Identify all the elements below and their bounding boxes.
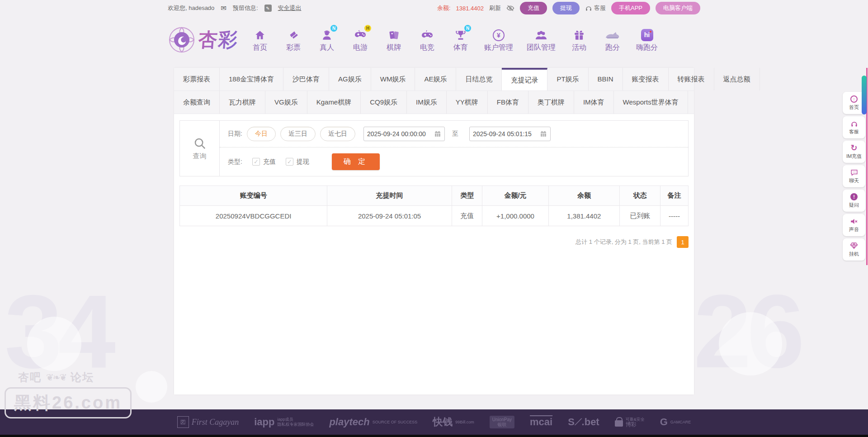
tab-rijie[interactable]: 日结总览 bbox=[456, 68, 502, 90]
mobile-app-button[interactable]: 手机APP bbox=[611, 2, 650, 14]
confirm-button[interactable]: 确 定 bbox=[332, 153, 380, 170]
nav-item-egames[interactable]: H 电游 bbox=[350, 28, 370, 52]
tab-fb[interactable]: FB体育 bbox=[488, 91, 528, 114]
pc-client-button[interactable]: 电脑客户端 bbox=[656, 2, 700, 14]
tab-wesports[interactable]: Wesports世界体育 bbox=[614, 91, 688, 114]
scrollbar-thumb[interactable] bbox=[862, 76, 867, 114]
col-type: 类型 bbox=[452, 186, 482, 206]
logo-sbet: S ∕ .bet bbox=[568, 416, 599, 428]
tab-wali[interactable]: 瓦力棋牌 bbox=[220, 91, 265, 114]
tab-yy[interactable]: YY棋牌 bbox=[447, 91, 488, 114]
withdraw-checkbox[interactable]: ✓ 提现 bbox=[286, 158, 309, 166]
badge-n: N bbox=[330, 25, 337, 32]
query-label: 查询 bbox=[193, 152, 207, 161]
tab-pt[interactable]: PT娱乐 bbox=[547, 68, 588, 90]
cell-account-no: 20250924VBDCGGCEDI bbox=[180, 206, 327, 226]
sidebar-item-question[interactable]: ! 疑问 bbox=[843, 190, 865, 212]
date-from-input[interactable] bbox=[363, 127, 445, 141]
floating-sidebar: ↑ 首页 客服 ↻ IM充值 聊天 ! 疑问 声音 挂机 bbox=[843, 92, 865, 261]
tab-zhangbian[interactable]: 账变报表 bbox=[623, 68, 669, 90]
headset-icon bbox=[585, 5, 592, 11]
tab-ae[interactable]: AE娱乐 bbox=[415, 68, 456, 90]
cell-remark: ----- bbox=[660, 206, 689, 226]
quick-3days-button[interactable]: 近三日 bbox=[280, 127, 316, 141]
nav-item-esports[interactable]: 电竞 bbox=[417, 28, 437, 52]
recharge-checkbox[interactable]: ✓ 充值 bbox=[252, 158, 276, 166]
mail-icon[interactable]: ✉ bbox=[221, 4, 226, 12]
nav-item-hi-paofen[interactable]: hi 嗨跑分 bbox=[636, 28, 658, 52]
col-balance: 余额 bbox=[548, 186, 620, 206]
tab-bbin[interactable]: BBIN bbox=[589, 68, 623, 90]
tab-yue-chaxun[interactable]: 余额查询 bbox=[174, 91, 220, 114]
nav-item-live[interactable]: N 真人 bbox=[317, 28, 337, 52]
sidebar-item-idle[interactable]: 挂机 bbox=[843, 238, 865, 261]
cell-balance: 1,381.4402 bbox=[548, 206, 620, 226]
col-status: 状态 bbox=[620, 186, 660, 206]
tab-im-tiyu[interactable]: IM体育 bbox=[574, 91, 614, 114]
tab-ag[interactable]: AG娱乐 bbox=[329, 68, 371, 90]
bokeh-circle bbox=[719, 312, 782, 375]
topbar: 欢迎您, hadesado ✉ 预留信息: ✎ 安全退出 余额: 1381.44… bbox=[168, 0, 700, 16]
checkbox-check-icon: ✓ bbox=[252, 158, 260, 166]
headset-icon bbox=[850, 119, 858, 128]
logo-text: 杏彩 bbox=[198, 27, 239, 52]
tab-shaba[interactable]: 沙巴体育 bbox=[283, 68, 329, 90]
tab-chongti-jilu[interactable]: 充提记录 bbox=[502, 68, 547, 90]
ticket-icon bbox=[288, 28, 299, 41]
page-1-button[interactable]: 1 bbox=[677, 236, 689, 248]
to-label: 至 bbox=[452, 130, 458, 138]
home-icon bbox=[254, 28, 266, 41]
nav-item-paofen[interactable]: 跑分 bbox=[603, 28, 623, 52]
sidebar-item-sound[interactable]: 声音 bbox=[843, 214, 865, 236]
nav-item-lottery[interactable]: 彩票 bbox=[283, 28, 303, 52]
col-account-no: 账变编号 bbox=[180, 186, 327, 206]
tab-fandian[interactable]: 返点总额 bbox=[714, 68, 760, 90]
nav-item-team[interactable]: 团队管理 bbox=[527, 28, 556, 52]
chat-bubble-icon bbox=[850, 168, 858, 176]
tab-wm[interactable]: WM娱乐 bbox=[371, 68, 415, 90]
watermark-right-text: 论坛 bbox=[71, 370, 94, 385]
tab-caipiao-baobiao[interactable]: 彩票报表 bbox=[174, 68, 220, 90]
date-label: 日期: bbox=[228, 130, 242, 138]
tab-vg[interactable]: VG娱乐 bbox=[265, 91, 307, 114]
recharge-button[interactable]: 充值 bbox=[520, 2, 547, 14]
tab-zhuanzhang[interactable]: 转账报表 bbox=[669, 68, 714, 90]
tab-cq9[interactable]: CQ9娱乐 bbox=[361, 91, 407, 114]
badge-n: N bbox=[464, 25, 471, 32]
col-remark: 备注 bbox=[660, 186, 689, 206]
quick-today-button[interactable]: 今日 bbox=[247, 127, 276, 141]
calendar-icon[interactable] bbox=[434, 130, 441, 138]
sidebar-item-im-recharge[interactable]: ↻ IM充值 bbox=[843, 141, 865, 163]
nav-item-account[interactable]: ¥ 账户管理 bbox=[484, 28, 513, 52]
logout-link[interactable]: 安全退出 bbox=[278, 4, 302, 12]
logo-safe-gaming: 可靠&安全博彩 bbox=[615, 417, 645, 428]
withdraw-button[interactable]: 提现 bbox=[552, 2, 580, 14]
date-filter-row: 日期: 今日 近三日 近七日 至 bbox=[220, 121, 688, 147]
team-icon bbox=[535, 28, 547, 41]
balance-label: 余额: bbox=[437, 4, 451, 12]
edit-icon[interactable]: ✎ bbox=[264, 5, 272, 12]
status-badge: 已到账 bbox=[620, 206, 660, 226]
nav-item-cards[interactable]: 棋牌 bbox=[384, 28, 404, 52]
refresh-link[interactable]: 刷新 bbox=[489, 4, 501, 12]
nav-item-home[interactable]: 首页 bbox=[250, 28, 270, 52]
customer-service-link[interactable]: 客服 bbox=[585, 4, 606, 12]
tab-188jinbaobo[interactable]: 188金宝博体育 bbox=[220, 68, 283, 90]
sidebar-item-chat[interactable]: 聊天 bbox=[843, 165, 865, 187]
quick-7days-button[interactable]: 近七日 bbox=[320, 127, 355, 141]
sidebar-item-service[interactable]: 客服 bbox=[843, 116, 865, 138]
tab-kgame[interactable]: Kgame棋牌 bbox=[307, 91, 361, 114]
tabs-spacer bbox=[688, 91, 706, 114]
tabs-spacer bbox=[760, 68, 778, 90]
type-filter-row: 类型: ✓ 充值 ✓ 提现 确 定 bbox=[220, 147, 688, 176]
nav-item-promotions[interactable]: 活动 bbox=[569, 28, 589, 52]
nav-item-sports[interactable]: N 体育 bbox=[451, 28, 471, 52]
date-to-input[interactable] bbox=[469, 127, 551, 141]
site-logo[interactable]: 杏彩 bbox=[168, 26, 238, 54]
gift-icon bbox=[573, 28, 585, 41]
tab-im-yule[interactable]: IM娱乐 bbox=[407, 91, 447, 114]
eye-off-icon[interactable] bbox=[506, 4, 514, 12]
tab-aoding[interactable]: 奥丁棋牌 bbox=[528, 91, 574, 114]
cell-amount: +1,000.0000 bbox=[482, 206, 548, 226]
calendar-icon[interactable] bbox=[540, 130, 547, 138]
